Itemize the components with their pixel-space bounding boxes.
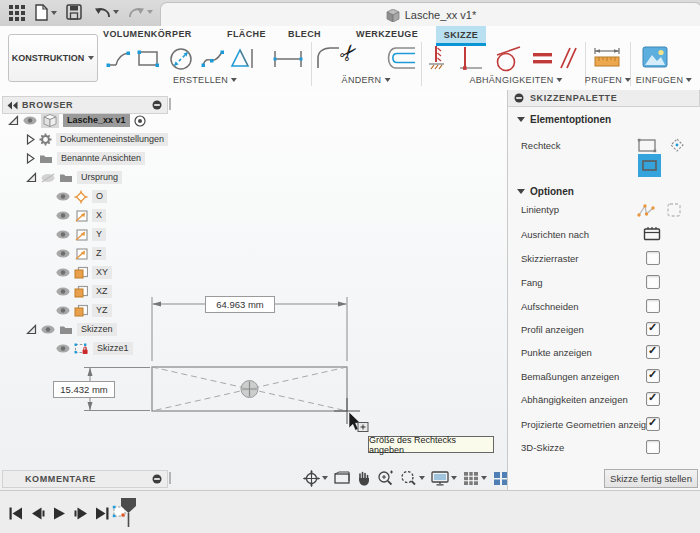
constraint-equal-button[interactable] [530, 44, 556, 72]
tree-row-dokumenteneinstellungen[interactable]: Dokumenteneinstellungen [26, 131, 168, 148]
tree-label[interactable]: Dokumenteneinstellungen [56, 133, 168, 146]
tab-flaeche[interactable]: FLÄCHE [227, 29, 266, 39]
zoom-window-button[interactable] [400, 470, 425, 486]
tree-row-plane-xz[interactable]: XZ [56, 283, 112, 300]
expander-expanded-icon[interactable] [8, 115, 19, 126]
undo-button[interactable] [94, 4, 119, 19]
spline-tool-button[interactable] [199, 44, 227, 72]
palette-close-icon[interactable] [514, 93, 524, 103]
display-settings-button[interactable] [431, 471, 457, 486]
tree-row-plane-yz[interactable]: YZ [56, 302, 112, 319]
comments-header[interactable]: KOMMENTARE [2, 470, 168, 488]
rect-center-option-icon[interactable] [668, 136, 686, 154]
checkbox-3d-skizze[interactable] [646, 440, 660, 454]
app-grid-button[interactable] [8, 4, 26, 22]
line-tool-button[interactable] [104, 44, 132, 72]
tree-label[interactable]: Skizzen [77, 323, 117, 336]
visibility-eye-icon[interactable] [56, 268, 70, 277]
group-einfuegen[interactable]: EINFüGEN [636, 75, 692, 85]
expander-expanded-icon[interactable] [26, 172, 37, 183]
palette-header[interactable]: SKIZZENPALETTE [508, 90, 700, 107]
group-aendern[interactable]: ÄNDERN [342, 75, 391, 85]
rectangle-tool-button[interactable] [134, 44, 162, 72]
expander-collapsed-icon[interactable] [26, 153, 35, 164]
offset-tool-button[interactable] [382, 44, 418, 72]
browser-close-icon[interactable] [152, 100, 162, 110]
tab-volumenkoerper[interactable]: VOLUMENKÖRPER [103, 29, 192, 39]
visibility-eye-icon[interactable] [56, 344, 70, 353]
timeline-step-back-button[interactable] [31, 507, 45, 520]
visibility-eye-icon[interactable] [56, 306, 70, 315]
zoom-button[interactable] [377, 470, 394, 486]
checkbox-punkte-anzeigen[interactable] [646, 345, 660, 359]
grid-settings-button[interactable] [463, 471, 487, 486]
expander-expanded-icon[interactable] [26, 324, 37, 335]
tree-row-plane-xy[interactable]: XY [56, 264, 112, 281]
visibility-eye-icon[interactable] [56, 230, 70, 239]
group-abhaengigkeiten[interactable]: ABHÄNGIGKEITEN [469, 75, 562, 85]
tree-row-root[interactable]: Lasche_xx v1 [8, 112, 146, 129]
constraint-fix-button[interactable] [427, 44, 449, 74]
browser-scrollbar[interactable] [169, 98, 171, 110]
linetype-construction-icon[interactable] [666, 202, 682, 218]
section-elementoptionen[interactable]: Elementoptionen [517, 114, 611, 125]
tree-row-ursprung[interactable]: Ursprung [26, 169, 122, 186]
checkbox-projizierte-geometrien[interactable] [646, 417, 660, 431]
redo-button[interactable] [128, 4, 153, 19]
linetype-spline-icon[interactable] [637, 202, 656, 218]
rect-2point-option-icon[interactable] [637, 138, 657, 153]
group-erstellen[interactable]: ERSTELLEN [173, 75, 237, 85]
checkbox-abhaengigkeiten-anzeigen[interactable] [646, 392, 660, 406]
tree-row-axis-y[interactable]: Y [56, 226, 106, 243]
visibility-eye-icon[interactable] [56, 192, 70, 201]
visibility-eye-icon[interactable] [56, 249, 70, 258]
width-dimension-value[interactable]: 64.963 mm [205, 296, 275, 313]
pan-button[interactable] [356, 470, 371, 486]
checkbox-fang[interactable] [646, 275, 660, 289]
section-optionen[interactable]: Optionen [517, 186, 574, 197]
tree-label[interactable]: X [92, 209, 106, 222]
tree-label-root[interactable]: Lasche_xx v1 [63, 114, 130, 127]
tree-label[interactable]: XZ [92, 285, 112, 298]
timeline-position-marker[interactable] [118, 497, 139, 528]
timeline-step-forward-button[interactable] [74, 507, 88, 520]
checkbox-aufschneiden[interactable] [646, 299, 660, 313]
height-dimension-value[interactable]: 15.432 mm [53, 381, 115, 398]
group-pruefen[interactable]: PRüFEN [585, 75, 631, 85]
finish-sketch-button[interactable]: Skizze fertig stellen [604, 469, 698, 488]
konstruktion-dropdown[interactable]: KONSTRUKTION [8, 34, 98, 82]
expander-collapsed-icon[interactable] [26, 134, 35, 145]
constraint-parallel-button[interactable] [555, 44, 579, 72]
tree-label[interactable]: Benannte Ansichten [57, 152, 145, 165]
visibility-eye-off-icon[interactable] [41, 173, 55, 183]
tab-werkzeuge[interactable]: WERKZEUGE [356, 29, 418, 39]
activate-component-radio[interactable] [134, 115, 146, 127]
visibility-eye-icon[interactable] [56, 287, 70, 296]
save-button[interactable] [66, 4, 82, 20]
new-file-button[interactable] [34, 4, 57, 21]
checkbox-bemassungen-anzeigen[interactable] [646, 369, 660, 383]
tree-label[interactable]: XY [92, 266, 112, 279]
circle-tool-button[interactable] [166, 44, 198, 74]
dimension-tool-button[interactable] [271, 44, 305, 72]
tree-label[interactable]: YZ [92, 304, 112, 317]
visibility-eye-icon[interactable] [56, 211, 70, 220]
constraint-perpendicular-button[interactable] [457, 44, 485, 74]
look-at-button[interactable] [334, 471, 350, 485]
timeline-go-end-button[interactable] [95, 507, 109, 520]
timeline-play-button[interactable] [53, 507, 66, 520]
checkbox-profil-anzeigen[interactable] [646, 322, 660, 336]
mirror-tool-button[interactable] [229, 44, 257, 72]
tree-row-origin-point[interactable]: O [56, 188, 107, 205]
tree-label[interactable]: Y [92, 228, 106, 241]
tab-blech[interactable]: BLECH [288, 29, 321, 39]
insert-image-button[interactable] [641, 44, 669, 70]
rect-3point-option-icon-selected[interactable] [638, 154, 661, 177]
visibility-eye-icon[interactable] [23, 116, 37, 125]
tree-label[interactable]: Z [92, 247, 106, 260]
tree-row-axis-z[interactable]: Z [56, 245, 106, 262]
tree-label[interactable]: Ursprung [77, 171, 122, 184]
comments-scrollbar[interactable] [169, 472, 171, 484]
align-to-icon[interactable] [643, 226, 661, 241]
timeline-go-start-button[interactable] [9, 507, 23, 520]
